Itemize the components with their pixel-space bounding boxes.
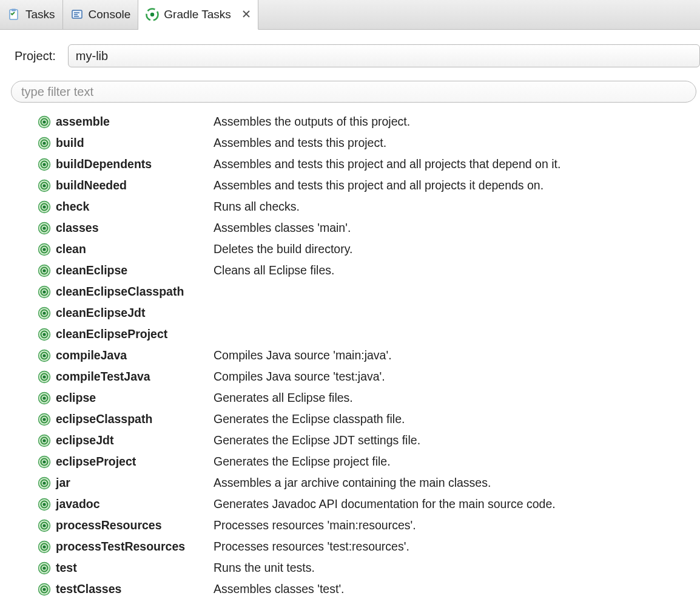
task-description: Assembles and tests this project and all… — [214, 178, 544, 192]
svg-point-77 — [42, 460, 45, 463]
svg-point-41 — [42, 269, 45, 272]
task-name-cell: cleanEclipseClasspath — [38, 285, 214, 299]
task-description: Generates the Eclipse classpath file. — [214, 412, 405, 426]
task-bullet-icon — [38, 519, 51, 532]
close-icon[interactable] — [242, 8, 251, 21]
task-name-cell: processResources — [38, 518, 214, 532]
svg-point-65 — [42, 396, 45, 399]
task-name: cleanEclipseJdt — [56, 306, 145, 320]
task-bullet-icon — [38, 434, 51, 447]
svg-rect-1 — [12, 9, 16, 12]
task-row[interactable]: cleanEclipseCleans all Eclipse files. — [38, 260, 700, 281]
task-row[interactable]: eclipseJdtGenerates the Eclipse JDT sett… — [38, 430, 700, 451]
task-bullet-icon — [38, 561, 51, 575]
task-name-cell: eclipseClasspath — [38, 412, 214, 426]
task-bullet-icon — [38, 137, 51, 150]
task-bullet-icon — [38, 222, 51, 235]
svg-point-89 — [42, 524, 45, 527]
task-description: Assembles and tests this project. — [214, 136, 386, 150]
svg-point-61 — [42, 375, 45, 378]
task-description: Assembles the outputs of this project. — [214, 115, 410, 129]
task-row[interactable]: buildDependentsAssembles and tests this … — [38, 154, 700, 175]
task-name-cell: test — [38, 561, 214, 575]
task-name: cleanEclipseClasspath — [56, 285, 184, 299]
gradle-icon — [146, 8, 159, 21]
task-row[interactable]: classesAssembles classes 'main'. — [38, 217, 700, 239]
task-bullet-icon — [38, 498, 51, 511]
task-row[interactable]: javadocGenerates Javadoc API documentati… — [38, 493, 700, 515]
tab-console[interactable]: Console — [63, 0, 139, 29]
svg-point-81 — [42, 481, 45, 484]
project-value: my-lib — [76, 49, 108, 63]
task-bullet-icon — [38, 307, 51, 320]
filter-input[interactable] — [11, 81, 696, 103]
task-name-cell: check — [38, 200, 214, 214]
task-name: eclipse — [56, 391, 96, 405]
task-row[interactable]: eclipseGenerates all Eclipse files. — [38, 387, 700, 409]
task-row[interactable]: compileTestJavaCompiles Java source 'tes… — [38, 366, 700, 387]
task-row[interactable]: cleanEclipseClasspath — [38, 281, 700, 302]
tasks-icon — [7, 8, 21, 21]
task-name: build — [56, 136, 84, 150]
svg-point-25 — [42, 184, 45, 187]
svg-point-33 — [42, 226, 45, 229]
task-bullet-icon — [38, 413, 51, 426]
task-name: cleanEclipseProject — [56, 327, 167, 341]
task-description: Assembles and tests this project and all… — [214, 157, 560, 171]
task-row[interactable]: cleanDeletes the build directory. — [38, 239, 700, 260]
task-name: compileTestJava — [56, 370, 150, 384]
project-row: Project: my-lib — [15, 44, 700, 67]
task-description: Compiles Java source 'main:java'. — [214, 348, 392, 362]
task-name-cell: build — [38, 136, 214, 150]
tab-gradle-tasks[interactable]: Gradle Tasks — [138, 0, 258, 30]
project-select[interactable]: my-lib — [68, 44, 700, 67]
task-row[interactable]: jarAssembles a jar archive containing th… — [38, 472, 700, 493]
task-name: cleanEclipse — [56, 263, 127, 277]
task-row[interactable]: processResourcesProcesses resources 'mai… — [38, 515, 700, 536]
task-description: Processes resources 'test:resources'. — [214, 540, 409, 554]
task-row[interactable]: cleanEclipseJdt — [38, 302, 700, 324]
task-row[interactable]: eclipseClasspathGenerates the Eclipse cl… — [38, 409, 700, 430]
task-description: Runs the unit tests. — [214, 561, 315, 575]
tab-label: Gradle Tasks — [164, 8, 231, 21]
task-row[interactable]: testClassesAssembles classes 'test'. — [38, 578, 700, 600]
tab-label: Console — [89, 8, 131, 21]
task-description: Deletes the build directory. — [214, 242, 352, 256]
task-name-cell: eclipseJdt — [38, 433, 214, 447]
task-name-cell: cleanEclipse — [38, 263, 214, 277]
svg-point-49 — [42, 311, 45, 314]
svg-point-7 — [150, 13, 154, 16]
task-row[interactable]: checkRuns all checks. — [38, 196, 700, 217]
task-name-cell: jar — [38, 476, 214, 490]
task-row[interactable]: buildNeededAssembles and tests this proj… — [38, 175, 700, 196]
task-bullet-icon — [38, 285, 51, 299]
tab-tasks[interactable]: Tasks — [0, 0, 63, 29]
svg-point-57 — [42, 354, 45, 357]
task-row[interactable]: buildAssembles and tests this project. — [38, 132, 700, 154]
task-name: javadoc — [56, 497, 100, 511]
task-name: classes — [56, 221, 99, 235]
task-row[interactable]: testRuns the unit tests. — [38, 557, 700, 578]
task-bullet-icon — [38, 243, 51, 256]
task-row[interactable]: assembleAssembles the outputs of this pr… — [38, 111, 700, 132]
svg-point-53 — [42, 333, 45, 336]
task-bullet-icon — [38, 179, 51, 192]
task-bullet-icon — [38, 200, 51, 214]
tab-bar: Tasks Console Gradle Tasks — [0, 0, 700, 30]
task-name-cell: testClasses — [38, 582, 214, 596]
task-description: Processes resources 'main:resources'. — [214, 518, 416, 532]
svg-point-73 — [42, 439, 45, 442]
task-row[interactable]: eclipseProjectGenerates the Eclipse proj… — [38, 451, 700, 472]
task-name: processResources — [56, 518, 162, 532]
task-description: Assembles classes 'test'. — [214, 582, 345, 596]
task-description: Cleans all Eclipse files. — [214, 263, 334, 277]
task-row[interactable]: processTestResourcesProcesses resources … — [38, 536, 700, 557]
svg-point-97 — [42, 566, 45, 569]
svg-point-13 — [42, 120, 45, 123]
task-name: clean — [56, 242, 86, 256]
svg-point-101 — [42, 588, 45, 591]
task-row[interactable]: cleanEclipseProject — [38, 324, 700, 345]
task-name-cell: compileTestJava — [38, 370, 214, 384]
task-name-cell: javadoc — [38, 497, 214, 511]
task-row[interactable]: compileJavaCompiles Java source 'main:ja… — [38, 345, 700, 366]
